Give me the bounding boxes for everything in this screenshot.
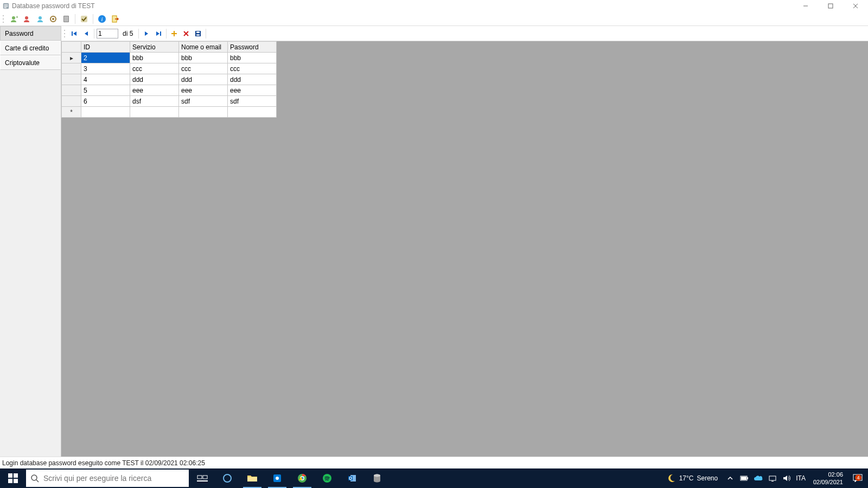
- sidebar-item-criptovalute[interactable]: Criptovalute: [0, 55, 61, 70]
- svg-rect-35: [197, 476, 202, 479]
- cell-id[interactable]: 4: [81, 74, 130, 85]
- svg-rect-27: [196, 31, 200, 33]
- sidebar-item-label: Carte di credito: [5, 44, 49, 52]
- next-record-button[interactable]: [141, 28, 152, 39]
- row-selector-header[interactable]: [62, 42, 81, 53]
- settings-app-icon[interactable]: [265, 468, 290, 488]
- row-indicator: [62, 96, 81, 107]
- table-row[interactable]: 6 dsf sdf sdf: [62, 96, 277, 107]
- cell-servizio[interactable]: ccc: [130, 63, 179, 74]
- exit-icon[interactable]: [110, 14, 120, 24]
- sidebar-item-password[interactable]: Password: [0, 26, 61, 41]
- cell-id[interactable]: 5: [81, 85, 130, 96]
- cell-password[interactable]: eee: [228, 85, 277, 96]
- window-titlebar: Database password di TEST: [0, 0, 868, 12]
- network-icon[interactable]: [768, 473, 777, 483]
- first-record-button[interactable]: [69, 28, 80, 39]
- status-bar: Login database password eseguito come TE…: [0, 457, 868, 468]
- cell-id[interactable]: 2: [81, 53, 130, 63]
- clock[interactable]: 02:06 02/09/2021: [810, 471, 846, 486]
- svg-text:+: +: [16, 15, 18, 20]
- cell-password[interactable]: [228, 107, 277, 118]
- gear-icon[interactable]: [48, 14, 59, 24]
- close-button[interactable]: [843, 0, 868, 12]
- taskbar-search-input[interactable]: [43, 474, 184, 483]
- svg-rect-5: [828, 4, 833, 8]
- cell-password[interactable]: ccc: [228, 63, 277, 74]
- tray-chevron-icon[interactable]: [725, 473, 735, 483]
- system-tray: 17°C Sereno ITA 02:06 02/09/2021 4: [666, 471, 868, 486]
- minimize-button[interactable]: [793, 0, 818, 12]
- toolbar-separator: [93, 14, 93, 24]
- spotify-icon[interactable]: [315, 468, 340, 488]
- clock-date: 02/09/2021: [813, 478, 843, 486]
- user-add-icon[interactable]: +: [9, 14, 20, 24]
- clock-time: 02:06: [813, 471, 843, 478]
- maximize-button[interactable]: [818, 0, 843, 12]
- battery-icon[interactable]: [739, 473, 749, 483]
- prev-record-button[interactable]: [81, 28, 92, 39]
- cell-nome[interactable]: sdf: [179, 96, 228, 107]
- outlook-icon[interactable]: [340, 468, 365, 488]
- cell-id[interactable]: [81, 107, 130, 118]
- cell-nome[interactable]: bbb: [179, 53, 228, 63]
- last-record-button[interactable]: [153, 28, 164, 39]
- sidebar-item-carte[interactable]: Carte di credito: [0, 41, 61, 55]
- row-indicator: [62, 63, 81, 74]
- row-indicator: [62, 85, 81, 96]
- save-record-button[interactable]: [193, 28, 203, 39]
- table-new-row[interactable]: *: [62, 107, 277, 118]
- task-view-icon[interactable]: [190, 468, 215, 488]
- cell-servizio[interactable]: dsf: [130, 96, 179, 107]
- cortana-icon[interactable]: [215, 468, 240, 488]
- cell-nome[interactable]: [179, 107, 228, 118]
- info-icon[interactable]: i: [97, 14, 107, 24]
- cell-id[interactable]: 3: [81, 63, 130, 74]
- onedrive-icon[interactable]: [754, 473, 763, 483]
- table-row[interactable]: ▸ 2 bbb bbb bbb: [62, 53, 277, 63]
- svg-marker-22: [85, 31, 88, 36]
- toolbar-grip: [2, 14, 5, 24]
- record-position-input[interactable]: [97, 29, 118, 38]
- svg-point-8: [12, 16, 15, 20]
- cell-servizio[interactable]: bbb: [130, 53, 179, 63]
- cell-password[interactable]: sdf: [228, 96, 277, 107]
- book-icon[interactable]: [61, 14, 72, 24]
- cell-password[interactable]: ddd: [228, 74, 277, 85]
- file-explorer-icon[interactable]: [240, 468, 265, 488]
- start-button[interactable]: [0, 468, 26, 488]
- cell-password[interactable]: bbb: [228, 53, 277, 63]
- table-row[interactable]: 3 ccc ccc ccc: [62, 63, 277, 74]
- column-header-id[interactable]: ID: [81, 42, 130, 53]
- language-indicator[interactable]: ITA: [796, 474, 806, 482]
- svg-rect-25: [160, 31, 161, 36]
- sidebar: Password Carte di credito Criptovalute: [0, 26, 61, 457]
- table-row[interactable]: 4 ddd ddd ddd: [62, 74, 277, 85]
- table-row[interactable]: 5 eee eee eee: [62, 85, 277, 96]
- weather-widget[interactable]: 17°C Sereno: [666, 473, 718, 483]
- add-record-button[interactable]: [169, 28, 180, 39]
- column-header-servizio[interactable]: Servizio: [130, 42, 179, 53]
- column-header-nome[interactable]: Nome o email: [179, 42, 228, 53]
- cell-servizio[interactable]: [130, 107, 179, 118]
- cell-servizio[interactable]: ddd: [130, 74, 179, 85]
- check-icon[interactable]: [79, 14, 90, 24]
- svg-rect-37: [197, 480, 208, 481]
- action-center-icon[interactable]: 4: [851, 473, 865, 483]
- svg-rect-1: [4, 4, 8, 5]
- cell-nome[interactable]: eee: [179, 85, 228, 96]
- database-app-icon[interactable]: [365, 468, 390, 488]
- svg-text:i: i: [101, 16, 103, 22]
- cell-servizio[interactable]: eee: [130, 85, 179, 96]
- cell-nome[interactable]: ddd: [179, 74, 228, 85]
- column-header-password[interactable]: Password: [228, 42, 277, 53]
- volume-icon[interactable]: [782, 473, 792, 483]
- delete-record-button[interactable]: [181, 28, 192, 39]
- user-icon[interactable]: [35, 14, 46, 24]
- cell-nome[interactable]: ccc: [179, 63, 228, 74]
- user-remove-icon[interactable]: [22, 14, 33, 24]
- chrome-icon[interactable]: [290, 468, 315, 488]
- password-table[interactable]: ID Servizio Nome o email Password ▸ 2 bb…: [61, 41, 277, 118]
- cell-id[interactable]: 6: [81, 96, 130, 107]
- taskbar-search[interactable]: [26, 470, 189, 487]
